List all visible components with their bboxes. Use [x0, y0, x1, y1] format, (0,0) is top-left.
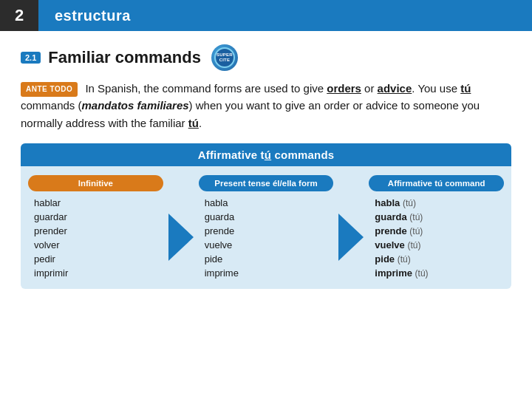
col-affirmative-header: Affirmative tú command	[369, 175, 504, 191]
chapter-title: estructura	[38, 0, 532, 31]
list-item: imprimir	[34, 267, 163, 279]
list-item: vuelve	[205, 239, 334, 250]
arrow-1	[163, 175, 199, 279]
col-affirmative: Affirmative tú command habla (tú) guarda…	[369, 175, 504, 279]
table-body: Infinitive hablar guardar prender volver…	[21, 166, 511, 279]
advice-word: advice	[378, 82, 412, 95]
orders-word: orders	[327, 82, 361, 95]
list-item: guardar	[34, 211, 163, 222]
u-tilde: ú	[265, 149, 271, 161]
arrow-2	[333, 175, 369, 279]
list-item: prende	[205, 225, 334, 236]
list-item: prender	[34, 225, 163, 236]
intro-paragraph: ANTE TODO In Spanish, the command forms …	[21, 80, 511, 132]
main-content: 2.1 Familiar commands SUPERCITE ANTE TOD…	[0, 31, 532, 299]
col-infinitive-header: Infinitive	[28, 175, 163, 191]
supercite-logo: SUPERCITE	[211, 44, 238, 71]
list-item: imprime	[205, 267, 334, 279]
tu2-word: tú	[188, 117, 199, 129]
list-item: pide	[205, 253, 334, 265]
intro-text2: or	[361, 82, 378, 95]
intro-text4: commands (	[21, 99, 82, 112]
supercite-inner: SUPERCITE	[214, 47, 235, 68]
list-item: habla	[205, 197, 334, 208]
chapter-number: 2	[0, 0, 38, 31]
list-item: guarda (tú)	[375, 211, 504, 222]
arrow-shape-1	[168, 214, 194, 261]
list-item: guarda	[205, 211, 334, 222]
section-title: Familiar commands	[48, 48, 201, 67]
list-item: vuelve (tú)	[375, 239, 504, 250]
list-item: prende (tú)	[375, 225, 504, 236]
list-item: hablar	[34, 197, 163, 208]
list-item: imprime (tú)	[375, 267, 504, 279]
ante-todo-badge: ANTE TODO	[21, 82, 78, 97]
list-item: habla (tú)	[375, 197, 504, 208]
commands-table: Affirmative tú commands Infinitive habla…	[21, 143, 511, 289]
col-present-words: habla guarda prende vuelve pide imprime	[199, 197, 334, 279]
list-item: pedir	[34, 253, 163, 265]
col-infinitive: Infinitive hablar guardar prender volver…	[28, 175, 163, 279]
list-item: volver	[34, 239, 163, 250]
col-infinitive-words: hablar guardar prender volver pedir impr…	[28, 197, 163, 279]
mandatos-word: mandatos familiares	[82, 99, 189, 112]
col-present-header: Present tense él/ella form	[199, 175, 334, 191]
top-bar: 2 estructura	[0, 0, 532, 31]
intro-text1: In Spanish, the command forms are used t…	[82, 82, 327, 95]
arrow-shape-2	[338, 214, 364, 261]
supercite-text: SUPERCITE	[216, 52, 233, 62]
col-affirmative-words: habla (tú) guarda (tú) prende (tú) vuelv…	[369, 197, 504, 279]
tu-word: tú	[460, 82, 471, 95]
col-present: Present tense él/ella form habla guarda …	[199, 175, 334, 279]
table-header: Affirmative tú commands	[21, 143, 511, 166]
section-badge: 2.1	[21, 52, 41, 64]
intro-text6: .	[199, 117, 202, 129]
section-title-row: 2.1 Familiar commands SUPERCITE	[21, 44, 511, 71]
list-item: pide (tú)	[375, 253, 504, 265]
intro-text3: . You use	[412, 82, 460, 95]
